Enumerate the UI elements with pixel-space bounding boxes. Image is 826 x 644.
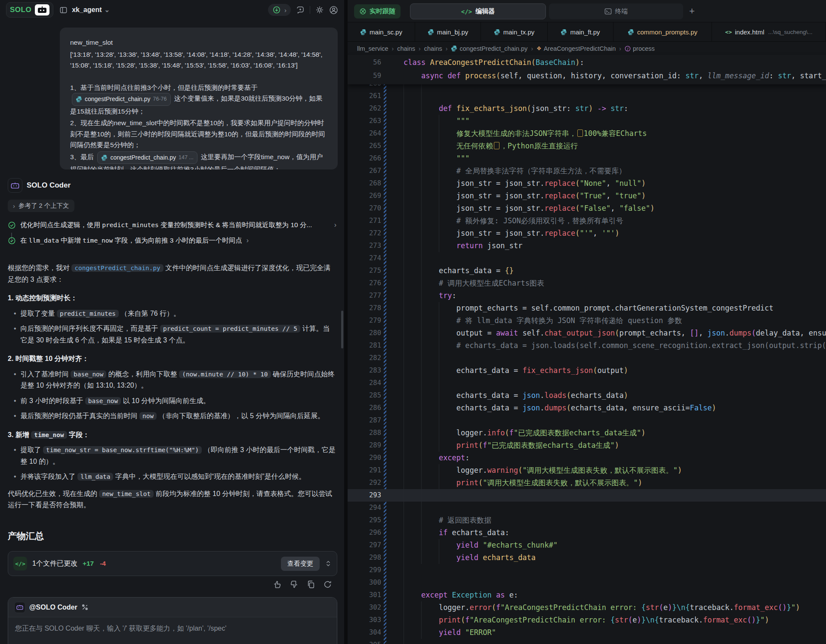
code-line[interactable]: 283 echarts_data = fix_echarts_json(outp… [348,364,826,377]
code-line[interactable]: 266 """ [348,152,826,165]
solo-logo[interactable]: SOLO [6,2,53,18]
code-line[interactable]: 297 yield "#echarts_chunk#" [348,539,826,552]
code-line[interactable]: 268 json_str = json_str.replace("None", … [348,177,826,190]
code-line[interactable]: 288 logger.info(f"已完成图表数据echarts_data生成"… [348,427,826,439]
code-line[interactable]: 281 # echarts_data = json.loads(self.com… [348,339,826,352]
task-item[interactable]: 优化时间点生成逻辑，使用 predict_minutes 变量控制预测时长 & … [8,217,336,233]
code-line[interactable]: 275 echarts_data = {} [348,265,826,277]
code-line[interactable]: 301 except Exception as e: [348,589,826,601]
code-line[interactable]: 290 except: [348,452,826,464]
workspace-selector[interactable]: xk_agent ⌄ [72,6,110,14]
code-line[interactable]: 267 # 全局替换非法字符（字符串原生方法，不需要库） [348,165,826,177]
code-line[interactable]: 280 output = await self.chat_output_json… [348,327,826,339]
code-line[interactable]: 274 [348,252,826,265]
code-line[interactable]: 300 [348,576,826,589]
list-item-text: 前 3 小时的时段基于 base_now 以 10 分钟为间隔向前生成。 [21,395,210,407]
file-tab[interactable]: main_bj.py [415,22,481,41]
breadcrumb[interactable]: llm_service›chains›chains›congestPredict… [348,42,826,55]
code-line[interactable]: 262 def fix_echarts_json(json_str: str) … [348,102,826,115]
breadcrumb-item[interactable]: chains [424,45,442,52]
file-tab[interactable]: <>index.html...\sq_sucheng\... [712,22,826,41]
breadcrumb-item[interactable]: fprocess [625,45,655,52]
code-line[interactable]: 293 [348,489,826,502]
file-tab[interactable]: main_sc.py [348,22,415,41]
code-line[interactable]: 270 json_str = json_str.replace("False",… [348,202,826,215]
breadcrumb-item[interactable]: ❖AreaCongestPredictChain [536,45,616,52]
sticky-code-line[interactable]: 56class AreaCongestPredictChain(BaseChai… [348,56,826,69]
code-line[interactable]: 305 [348,639,826,644]
breadcrumb-item[interactable]: congestPredict_chain.py [451,45,527,52]
tab-terminal[interactable]: 终端 [549,3,683,19]
code-line[interactable]: 278 prompt_echarts = self.common_prompt.… [348,302,826,314]
code-line[interactable]: 295 # 返回图表数据 [348,514,826,527]
account-icon[interactable] [329,6,338,15]
file-tab[interactable]: main_ft.py [548,22,613,41]
file-change-card[interactable]: </> 1个文件已更改 +17 -4 查看变更 [8,551,337,576]
panel-divider[interactable] [344,0,348,644]
code-line[interactable]: 289 print(f"已完成图表数据echarts_data生成") [348,439,826,452]
file-tab[interactable]: common_prompts.py [613,22,712,41]
code-line[interactable]: 299 [348,564,826,576]
code-text: print("调用大模型生成图表失败，默认不展示图表。") [404,477,826,489]
code-text: # 全局替换非法字符（字符串原生方法，不需要库） [404,165,826,177]
sidebar-toggle-icon[interactable] [59,6,68,14]
code-line[interactable]: 279 # 将 llm_data 字典转换为 JSON 字符串传递给 quest… [348,314,826,327]
missing-glyph-box [577,129,583,137]
code-line[interactable]: 292 print("调用大模型生成图表失败，默认不展示图表。") [348,477,826,489]
live-follow-badge[interactable]: 实时跟随 [354,4,401,18]
chevron-right-icon[interactable]: › [247,236,249,245]
sticky-code-line[interactable]: 59 async def process(self, question, his… [348,70,826,82]
code-line[interactable]: 282 [348,352,826,364]
code-line[interactable]: 264 修复大模型生成的非法JSON字符串，100%兼容ECharts [348,127,826,140]
copy-icon[interactable] [306,580,315,589]
code-line[interactable]: 303 print(f"AreaCongestPredictChain erro… [348,614,826,626]
thumbs-up-icon[interactable] [273,580,282,589]
chat-composer[interactable]: @SOLO Coder 您正在与 SOLO Coder 聊天，输入 '/' 获取… [8,597,337,644]
code-line[interactable]: 284 [348,377,826,389]
file-tab-path: ...\sq_sucheng\... [768,29,813,35]
bullet: • [14,395,16,407]
code-line[interactable]: 260 [348,84,826,90]
chevron-right-icon[interactable]: › [334,220,336,230]
breadcrumb-item[interactable]: chains [397,45,415,52]
tab-editor[interactable]: </> 编辑器 [410,3,546,19]
tools-icon[interactable] [81,604,89,611]
code-line[interactable]: 302 logger.error(f"AreaCongestPredictCha… [348,601,826,614]
code-line[interactable]: 265 无任何依赖，Python原生直接运行 [348,140,826,152]
code-line[interactable]: 269 json_str = json_str.replace("True", … [348,190,826,202]
code-text: # 额外修复: JSON必须用双引号，替换所有单引号 [404,215,826,227]
code-line[interactable]: 276 # 调用大模型生成ECharts图表 [348,277,826,290]
code-line[interactable]: 291 logger.warning("调用大模型生成图表失败，默认不展示图表。… [348,464,826,477]
gear-icon[interactable] [315,6,324,14]
code-line[interactable]: 271 # 额外修复: JSON必须用双引号，替换所有单引号 [348,215,826,227]
chat-scrollbar[interactable] [341,311,343,348]
checkpoint-control[interactable]: › [268,4,291,16]
code-line[interactable]: 263 """ [348,115,826,127]
file-reference-chip[interactable]: congestPredict_chain.py76-76 [72,93,171,106]
code-line[interactable]: 272 json_str = json_str.replace("'", '"'… [348,227,826,240]
code-line[interactable]: 286 echarts_data = json.dumps(echarts_da… [348,402,826,414]
code-line[interactable]: 294 [348,502,826,514]
view-changes-button[interactable]: 查看变更 [281,557,320,571]
code-text: """ [404,115,826,127]
file-reference-chip[interactable]: congestPredict_chain.py147 ... [97,151,197,164]
regenerate-icon[interactable] [323,580,332,589]
code-line[interactable]: 261 [348,90,826,102]
new-chat-icon[interactable] [296,6,305,14]
file-tab[interactable]: main_tx.py [481,22,548,41]
new-tab-button[interactable]: + [689,5,695,17]
task-item[interactable]: 在 llm_data 中新增 time_now 字段，值为向前推 3 小时的最后… [8,233,336,248]
code-line[interactable]: 298 yield echarts_data [348,552,826,564]
expand-icon[interactable] [325,560,332,567]
code-line[interactable]: 296 if echarts_data: [348,527,826,539]
context-disclosure[interactable]: › 参考了 2 个上下文 [8,200,74,212]
code-line[interactable]: 277 try: [348,290,826,302]
breadcrumb-item[interactable]: llm_service [357,45,388,52]
chat-input[interactable]: 您正在与 SOLO Coder 聊天，输入 '/' 获取更多能力，如 '/pla… [8,617,337,640]
thumbs-down-icon[interactable] [290,580,299,589]
code-line[interactable]: 287 [348,414,826,427]
code-area[interactable]: 260261262 def fix_echarts_json(json_str:… [348,84,826,644]
code-line[interactable]: 304 yield "ERROR" [348,626,826,639]
code-line[interactable]: 273 return json_str [348,240,826,252]
code-line[interactable]: 285 echarts_data = json.loads(echarts_da… [348,389,826,402]
